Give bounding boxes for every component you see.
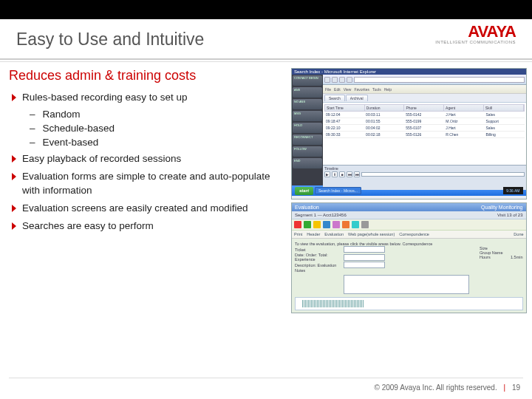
seek-slider[interactable] <box>361 172 525 177</box>
back-icon[interactable] <box>324 77 330 83</box>
table-header: Start Time Duration Phone Agent Skill <box>324 104 525 112</box>
text-input[interactable] <box>344 246 385 253</box>
action-evaluation[interactable]: Evaluation <box>324 232 344 236</box>
bullet-item: Searches are easy to perform <box>9 219 287 233</box>
star-icon[interactable] <box>313 221 321 228</box>
form-field: Description: Evaluation <box>295 262 469 268</box>
start-button[interactable]: start <box>295 187 313 195</box>
sub-text: Schedule-based <box>43 123 115 134</box>
select-input[interactable] <box>344 254 385 261</box>
column-header[interactable]: Skill <box>484 105 524 111</box>
form-field: Ticket <box>295 246 469 253</box>
column-header[interactable]: Agent <box>444 105 484 111</box>
action-bar: Print Header Evaluation Web page(whole s… <box>292 231 526 239</box>
sidebar-item[interactable]: FOLLOW <box>293 146 322 157</box>
field-value: 1.5min <box>511 255 523 259</box>
toolbar <box>292 219 526 231</box>
sidebar-item[interactable]: RECONNECT <box>293 134 322 145</box>
taskbar-item[interactable]: Search Index - Micros... <box>315 187 361 194</box>
link-icon[interactable] <box>352 221 359 228</box>
bullet-arrow-icon <box>12 173 16 180</box>
question-group-header[interactable]: 1. Excellent Caller Experience <box>295 313 523 313</box>
field-label: Date: Order: Total: Experience <box>295 253 342 262</box>
sidebar-item[interactable]: CONTACT BEGIN <box>293 75 322 86</box>
stop-icon[interactable] <box>339 77 345 83</box>
sidebar-item[interactable]: END <box>293 158 322 168</box>
sidebar-item[interactable]: MSG <box>293 111 322 121</box>
timeline-label: Timeline <box>324 166 525 171</box>
app-bar-left: Evaluation <box>295 205 319 210</box>
bullet-text: Evaluation screens are easily created an… <box>22 202 248 215</box>
tag-icon[interactable] <box>332 221 340 228</box>
column-header[interactable]: Phone <box>404 105 444 111</box>
app-bar-right: Quality Monitoring <box>481 205 522 210</box>
page-number: 19 <box>512 383 520 392</box>
playback-pane: Timeline ▶ ⏸ ■ ⏮ ⏭ <box>323 165 526 190</box>
table-row[interactable]: 09:30:3300:02:18555-0126R.ChenBilling <box>324 132 525 138</box>
menu-item[interactable]: Edit <box>334 87 341 92</box>
address-input[interactable] <box>354 77 525 83</box>
table-row[interactable]: 09:22:1000:04:02555-0107J.HartSales <box>324 125 525 132</box>
screenshot-column: Search Index - Microsoft Internet Explor… <box>291 68 527 313</box>
field-label: Description: Evaluation <box>295 263 342 267</box>
dash-icon: – <box>30 123 35 134</box>
waveform[interactable] <box>295 297 523 310</box>
bullet-arrow-icon <box>12 205 16 212</box>
sub-bullet: –Schedule-based <box>30 123 287 134</box>
form-field: Date: Order: Total: Experience <box>295 253 469 262</box>
refresh-icon[interactable] <box>347 77 352 83</box>
action-print[interactable]: Print <box>294 232 302 236</box>
screenshot-search-app: Search Index - Microsoft Internet Explor… <box>291 68 527 200</box>
table-row[interactable]: 09:18:4700:01:55555-0199M.OrtizSupport <box>324 118 525 125</box>
action-correspondence[interactable]: Correspondence <box>399 232 429 236</box>
sidebar-item[interactable]: HOLD <box>293 123 322 133</box>
form-field: Hours1.5min <box>480 255 523 259</box>
brand-tagline: INTELLIGENT COMMUNICATIONS <box>435 40 516 44</box>
menu-item[interactable]: Help <box>384 87 392 92</box>
column-header[interactable]: Start Time <box>325 105 365 111</box>
sub-text: Random <box>43 109 81 120</box>
visit-counter: Visit 13 of 23 <box>497 213 523 217</box>
prev-icon[interactable]: ⏮ <box>347 171 352 177</box>
segment-label: Segment 1 — Acct123456 <box>295 213 347 217</box>
play-icon[interactable]: ▶ <box>324 171 330 177</box>
separator-icon: | <box>503 383 505 392</box>
notes-textarea[interactable] <box>344 275 469 294</box>
accept-icon[interactable] <box>304 221 311 228</box>
menu-item[interactable]: Tools <box>372 87 381 92</box>
tab-search[interactable]: Search <box>324 95 345 101</box>
note-icon[interactable] <box>323 221 330 228</box>
bullet-text: Searches are easy to perform <box>22 219 154 233</box>
flag-icon[interactable] <box>342 221 349 228</box>
pause-icon[interactable]: ⏸ <box>332 171 338 177</box>
action-done[interactable]: Done <box>514 232 523 236</box>
close-icon[interactable] <box>294 221 301 228</box>
more-icon[interactable] <box>361 221 369 228</box>
action-header[interactable]: Header <box>307 232 320 236</box>
action-webpage[interactable]: Web page(whole session) <box>348 232 395 236</box>
next-icon[interactable]: ⏭ <box>354 171 360 177</box>
segment-bar: Segment 1 — Acct123456 Visit 13 of 23 <box>292 211 526 219</box>
bullet-arrow-icon <box>12 222 16 230</box>
section-heading: Reduces admin & training costs <box>9 68 287 83</box>
screenshot-evaluation-form: Evaluation Quality Monitoring Segment 1 … <box>291 202 527 313</box>
table-row[interactable]: 09:12:0400:03:11555-0142J.HartSales <box>324 112 525 118</box>
select-input[interactable] <box>344 262 385 268</box>
bullet-arrow-icon <box>12 94 16 101</box>
brand-name: AVAYA <box>435 22 516 41</box>
bullet-item: Rules-based recording easy to set up <box>9 91 287 104</box>
menu-item[interactable]: File <box>325 87 331 92</box>
forward-icon[interactable] <box>332 77 338 83</box>
field-label: Notes <box>295 268 342 273</box>
sidebar-item[interactable]: NO ANS <box>293 99 322 109</box>
menu-item[interactable]: Favorites <box>354 87 369 92</box>
sidebar-item[interactable]: ANS <box>293 87 322 98</box>
bullet-item: Evaluation screens are easily created an… <box>9 202 287 215</box>
stop-icon[interactable]: ■ <box>339 171 345 177</box>
bullet-text: Rules-based recording easy to set up <box>22 91 188 104</box>
tab-archival[interactable]: Archival <box>346 95 368 101</box>
top-black-band <box>0 0 532 19</box>
column-header[interactable]: Duration <box>365 105 405 111</box>
menu-item[interactable]: View <box>344 87 352 92</box>
copyright: © 2009 Avaya Inc. All rights reserved. <box>375 383 497 392</box>
